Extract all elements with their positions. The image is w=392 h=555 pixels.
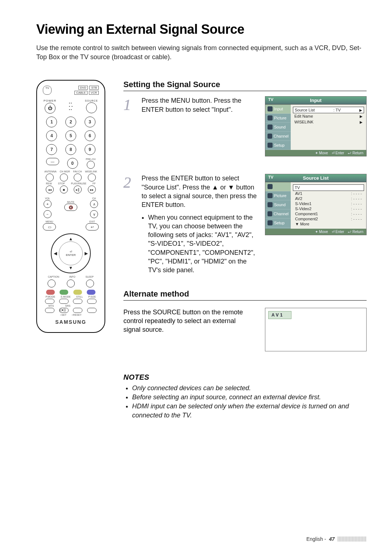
note-3: HDMI input can be selected only when the… [132, 402, 367, 420]
osd1-footer: ✦ Move⏎ Enter⮐ Return [265, 150, 366, 156]
brand-logo: SAMSUNG [40, 319, 102, 325]
remote-mode-tv[interactable]: TV [43, 86, 52, 95]
antenna-button[interactable] [46, 174, 54, 181]
osd1-row-wiselink: WISELINK▶ [293, 119, 364, 125]
osd2-tv-label: TV [268, 175, 273, 179]
alternate-text: Press the SOURCE button on the remote co… [123, 308, 254, 351]
osd1-title: Input [265, 97, 366, 105]
num-7[interactable]: 7 [46, 144, 57, 155]
vol-label: VOL [45, 197, 50, 200]
remote-mode-cable[interactable]: CABLE [74, 91, 87, 95]
vol-up[interactable]: + [44, 200, 52, 208]
mts-button[interactable] [45, 308, 54, 313]
nav-down-icon[interactable]: ▼ [69, 265, 73, 270]
stop-button[interactable]: ■ [60, 185, 68, 193]
osd2-row-svideo1: S-Video1: - - - - [293, 201, 364, 206]
section-alternate: Alternate method [123, 289, 367, 301]
osd2-tab-input [265, 182, 291, 191]
num-5[interactable]: 5 [65, 130, 76, 141]
srs-button[interactable]: ((●)) [59, 308, 69, 313]
osd2-tab-setup: Setup [265, 219, 291, 228]
source-button[interactable] [86, 102, 97, 113]
psize-button[interactable] [87, 299, 97, 304]
smode-button[interactable] [59, 299, 69, 304]
dash-button[interactable]: — [46, 158, 59, 165]
pmode-button[interactable] [45, 299, 54, 304]
blue-button[interactable] [87, 290, 95, 295]
nav-up-icon[interactable]: ▲ [69, 236, 73, 241]
intro-text: Use the remote control to switch between… [36, 44, 367, 62]
green-button[interactable] [60, 290, 68, 295]
osd1-row-editname: Edit Name▶ [293, 113, 364, 119]
osd1-tab-input: Input [265, 105, 291, 114]
nav-right-icon[interactable]: ▶ [85, 251, 88, 256]
menu-button[interactable]: ▭ [43, 223, 56, 230]
num-9[interactable]: 9 [85, 144, 95, 155]
nav-left-icon[interactable]: ◀ [54, 251, 57, 256]
step1-text: Press the MENU button. Press the ENTER b… [142, 96, 259, 159]
favch-button[interactable] [74, 174, 82, 181]
chmgr-button[interactable] [60, 174, 68, 181]
osd1-tab-setup: Setup [265, 141, 291, 150]
num-8[interactable]: 8 [65, 144, 76, 155]
osd2-tab-picture: Picture [265, 191, 291, 200]
sleep-button[interactable] [86, 279, 94, 287]
red-button[interactable] [46, 290, 55, 295]
rew-label: REW [46, 182, 52, 185]
remote-mode-stb[interactable]: STB [89, 86, 99, 90]
num-1[interactable]: 1 [46, 117, 57, 127]
step2-bullet: When you connect equipment to the TV, yo… [148, 213, 259, 275]
osd2-row-tv: TV [293, 184, 364, 191]
num-6[interactable]: 6 [85, 130, 95, 141]
mts-label: MTS [49, 305, 54, 307]
exit-button[interactable]: ↩ [86, 223, 99, 230]
info-button[interactable] [67, 279, 75, 287]
step2-text: Press the ENTER button to select "Source… [142, 175, 257, 208]
osd1-tv-label: TV [268, 97, 273, 102]
osd2-tab-channel: Channel [265, 209, 291, 219]
caption-button[interactable] [48, 279, 56, 287]
page-title: Viewing an External Signal Source [36, 22, 367, 37]
osd-input-menu: Input TV Input Picture Sound Channel Set… [265, 96, 367, 156]
extra-button-2[interactable] [87, 308, 97, 313]
psize-label: P.SIZE [88, 295, 96, 298]
extra-button-1[interactable] [73, 308, 82, 313]
note-2: Before selecting an input source, connec… [132, 393, 367, 402]
remote-illustration: TV DVD STB CABLE VCR POWER ⏻ ∘ [36, 80, 109, 420]
antenna-label: ANTENNA [44, 170, 56, 173]
wiselink-button[interactable] [88, 174, 96, 181]
osd2-footer: ✦ Move⏎ Enter⮐ Return [265, 229, 366, 235]
ch-down[interactable]: ∨ [90, 210, 98, 218]
num-3[interactable]: 3 [85, 117, 95, 127]
mute-button[interactable]: 🔇 [64, 204, 77, 211]
still-button[interactable] [73, 299, 82, 304]
page-footer: English - 47 [306, 536, 367, 542]
ff-button[interactable]: ▸▸ [88, 185, 96, 193]
remote-mode-dvd[interactable]: DVD [78, 86, 88, 90]
reset-label: ○RESET [72, 314, 82, 316]
power-button[interactable]: ⏻ [45, 103, 56, 114]
play-button[interactable]: ▸‖ [74, 185, 82, 193]
notes-section: NOTES Only connected devices can be sele… [123, 373, 367, 420]
exit-label: EXIT [89, 220, 95, 223]
osd2-row-av1: AV1: - - - - [293, 191, 364, 196]
osd1-tab-sound: Sound [265, 123, 291, 132]
av1-label: AV1 [268, 311, 291, 319]
num-4[interactable]: 4 [46, 130, 57, 141]
osd2-row-component2: Component2: - - - - [293, 216, 364, 221]
vol-down[interactable]: − [44, 210, 52, 218]
enter-button[interactable]: ⏎ENTER [64, 250, 78, 257]
ch-up[interactable]: ∧ [90, 200, 98, 208]
osd2-title: Source List [265, 174, 366, 182]
num-2[interactable]: 2 [65, 117, 76, 127]
chmgr-label: CH MGR [60, 170, 70, 173]
yellow-button[interactable] [73, 290, 82, 295]
menu-label: MENU [46, 220, 53, 223]
ff-label: FF [93, 182, 96, 185]
remote-mode-vcr[interactable]: VCR [89, 91, 99, 95]
prech-button[interactable] [87, 161, 95, 169]
section-setting-source: Setting the Signal Source [123, 80, 367, 91]
num-0[interactable]: 0 [67, 158, 78, 169]
rew-button[interactable]: ◂◂ [46, 185, 54, 193]
nav-ring[interactable]: ▲ ▼ ◀ ▶ ⏎ENTER [51, 233, 91, 273]
